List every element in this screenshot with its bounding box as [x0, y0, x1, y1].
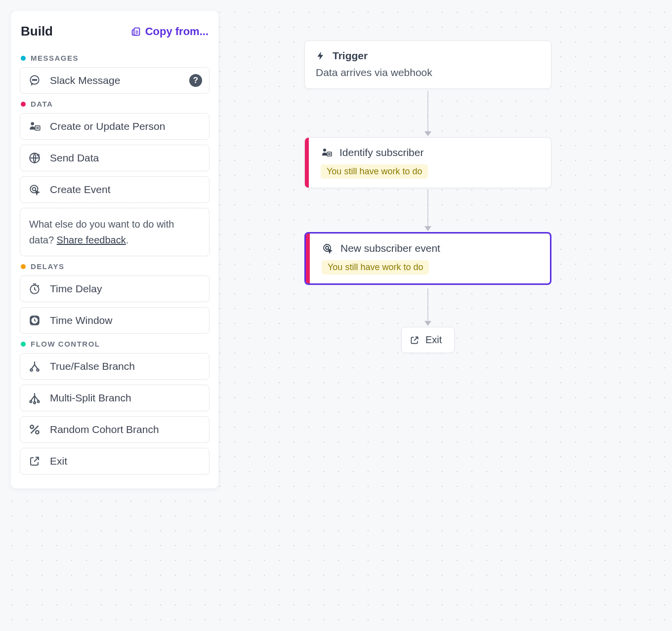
- copy-from-button[interactable]: Copy from...: [130, 25, 209, 38]
- svg-point-20: [323, 149, 326, 152]
- person-card-icon: [28, 120, 41, 133]
- lightning-icon: [316, 51, 326, 61]
- node-identify-subscriber[interactable]: Identify subscriber You still have work …: [304, 137, 551, 188]
- person-card-icon: [321, 147, 333, 158]
- item-label: Time Delay: [50, 283, 102, 295]
- svg-point-17: [38, 401, 40, 403]
- node-exit[interactable]: Exit: [401, 327, 455, 353]
- item-label: Send Data: [50, 152, 99, 164]
- svg-point-4: [36, 79, 37, 80]
- trigger-header: Trigger: [316, 50, 540, 62]
- help-icon[interactable]: ?: [189, 74, 202, 87]
- clock-square-icon: [28, 314, 41, 327]
- trigger-subtitle: Data arrives via webhook: [316, 67, 540, 79]
- item-random-cohort[interactable]: Random Cohort Branch: [20, 416, 210, 443]
- exit-icon: [28, 455, 41, 468]
- branch-multi-icon: [28, 392, 41, 404]
- accent-bar: [305, 138, 309, 188]
- step-header: New subscriber event: [322, 242, 539, 254]
- svg-point-3: [34, 79, 35, 80]
- svg-rect-6: [35, 126, 40, 130]
- sidebar-title: Build: [21, 24, 53, 39]
- globe-arrow-icon: [28, 152, 41, 164]
- dot-icon: [21, 56, 26, 61]
- connector-line: [427, 288, 428, 322]
- cursor-click-icon: [28, 183, 41, 196]
- item-create-person[interactable]: Create or Update Person: [20, 113, 210, 140]
- dot-icon: [21, 102, 26, 107]
- item-label: Multi-Split Branch: [50, 392, 131, 404]
- arrow-down-icon: [424, 321, 431, 326]
- svg-point-5: [31, 122, 34, 125]
- clipboard-icon: [130, 26, 141, 37]
- svg-point-16: [34, 402, 36, 404]
- svg-point-2: [33, 79, 34, 80]
- item-exit[interactable]: Exit: [20, 448, 210, 474]
- node-trigger[interactable]: Trigger Data arrives via webhook: [304, 40, 551, 89]
- cursor-click-icon: [322, 242, 334, 254]
- section-label: MESSAGES: [31, 54, 79, 62]
- connector-line: [427, 91, 428, 132]
- warning-pill: You still have work to do: [321, 164, 428, 179]
- chat-icon: [28, 74, 41, 87]
- section-label: DELAYS: [31, 262, 64, 271]
- arrow-down-icon: [424, 226, 431, 231]
- svg-point-18: [30, 425, 34, 429]
- svg-point-14: [37, 369, 39, 371]
- build-sidebar: Build Copy from... MESSAGES Slack Messag…: [11, 11, 218, 488]
- dot-icon: [21, 264, 26, 269]
- svg-point-13: [30, 369, 32, 371]
- copy-from-label: Copy from...: [145, 25, 209, 38]
- item-label: Exit: [50, 455, 67, 467]
- item-label: Slack Message: [50, 75, 120, 86]
- svg-point-15: [30, 401, 32, 403]
- stopwatch-icon: [28, 282, 41, 295]
- item-slack-message[interactable]: Slack Message ?: [20, 67, 210, 94]
- node-new-subscriber-event[interactable]: New subscriber event You still have work…: [304, 232, 551, 285]
- workflow-canvas[interactable]: Build Copy from... MESSAGES Slack Messag…: [0, 0, 672, 631]
- step-title: Identify subscriber: [339, 147, 423, 158]
- item-send-data[interactable]: Send Data: [20, 145, 210, 171]
- section-label: DATA: [31, 100, 53, 108]
- feedback-suffix: .: [126, 235, 129, 245]
- feedback-callout: What else do you want to do with data? S…: [20, 208, 210, 256]
- item-label: Time Window: [50, 315, 112, 326]
- svg-rect-21: [327, 152, 332, 156]
- exit-icon: [410, 335, 420, 345]
- share-feedback-link[interactable]: Share feedback: [57, 235, 126, 245]
- sidebar-header: Build Copy from...: [20, 24, 210, 48]
- connector-line: [427, 190, 428, 227]
- warning-pill: You still have work to do: [322, 260, 429, 275]
- section-data: DATA: [21, 100, 210, 108]
- trigger-title: Trigger: [333, 50, 368, 62]
- branch-two-icon: [28, 360, 41, 373]
- accent-bar: [306, 234, 310, 283]
- item-label: Create or Update Person: [50, 120, 165, 132]
- item-label: Random Cohort Branch: [50, 424, 159, 435]
- item-tf-branch[interactable]: True/False Branch: [20, 353, 210, 380]
- item-time-window[interactable]: Time Window: [20, 307, 210, 334]
- item-multi-split[interactable]: Multi-Split Branch: [20, 385, 210, 411]
- item-create-event[interactable]: Create Event: [20, 176, 210, 203]
- dot-icon: [21, 342, 26, 347]
- percent-icon: [28, 423, 41, 436]
- item-label: True/False Branch: [50, 360, 135, 372]
- arrow-down-icon: [424, 131, 431, 136]
- section-messages: MESSAGES: [21, 54, 210, 62]
- svg-point-19: [36, 431, 39, 434]
- item-time-delay[interactable]: Time Delay: [20, 276, 210, 302]
- section-label: FLOW CONTROL: [31, 340, 100, 348]
- section-flow: FLOW CONTROL: [21, 340, 210, 348]
- item-label: Create Event: [50, 184, 111, 196]
- step-header: Identify subscriber: [321, 147, 540, 158]
- section-delays: DELAYS: [21, 262, 210, 271]
- exit-label: Exit: [425, 334, 442, 346]
- step-title: New subscriber event: [340, 242, 440, 254]
